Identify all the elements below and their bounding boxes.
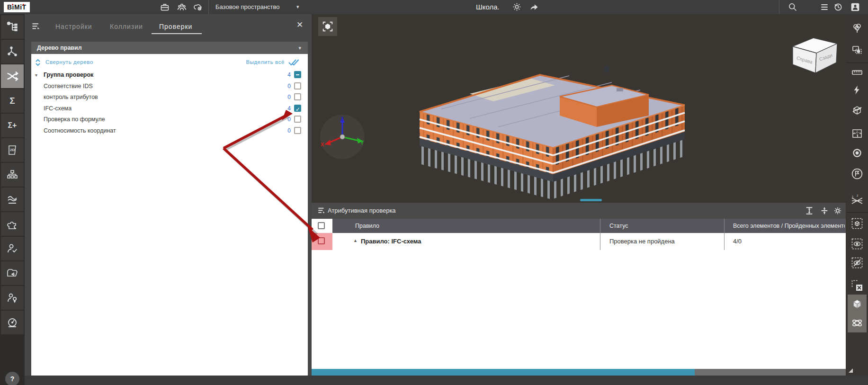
column-divider [600, 219, 600, 250]
fit-view-button[interactable] [318, 17, 337, 36]
focus-icon[interactable] [848, 143, 867, 162]
hide-icon[interactable] [848, 253, 867, 272]
gauge-icon[interactable] [1, 311, 24, 334]
scrollbar-thumb[interactable] [312, 369, 695, 376]
axis-y-label: Y [360, 140, 364, 145]
attribute-check-panel: Атрибутивная проверка Правило Статус Все… [312, 203, 846, 376]
tree-row-label: IFC-схема [44, 103, 72, 114]
sum-add-icon[interactable]: Σ+ [1, 114, 24, 137]
ruler-icon[interactable] [848, 63, 867, 82]
collapse-triangle-icon[interactable]: ▾ [35, 70, 37, 81]
briefcase-icon[interactable] [160, 2, 170, 12]
column-header-status[interactable]: Статус [609, 223, 628, 229]
tree-row-ifc[interactable]: IFC-схема 4 [31, 103, 308, 114]
workspace-selector-label[interactable]: Базовое пространство [215, 3, 280, 10]
show-icon[interactable] [848, 234, 867, 253]
user-check-icon[interactable] [1, 237, 24, 260]
connections-icon[interactable] [1, 40, 24, 63]
account-icon[interactable] [850, 2, 860, 12]
graphs-icon[interactable] [1, 188, 24, 211]
panel-menu-icon[interactable] [31, 22, 41, 31]
select-all-checkbox[interactable] [318, 222, 325, 229]
tree-row-checkbox[interactable] [294, 116, 301, 123]
tree-row-checkbox[interactable] [294, 93, 301, 100]
plugin-icon[interactable] [1, 212, 24, 236]
table-empty-area [312, 250, 846, 369]
isolate-icon[interactable] [848, 214, 867, 233]
building-model[interactable] [413, 66, 697, 208]
flash-icon[interactable] [848, 81, 867, 99]
share-icon[interactable] [529, 2, 539, 12]
horizontal-scrollbar[interactable] [312, 369, 846, 376]
status-cell: Проверка не пройдена [609, 238, 675, 245]
tree-row-checkbox[interactable] [294, 71, 301, 78]
table-row-ifc-rule[interactable]: ▲ Правило: IFC-схема Проверка не пройден… [312, 233, 846, 251]
section-cube-icon[interactable] [848, 101, 867, 120]
column-header-rule[interactable]: Правило [355, 223, 379, 229]
tree-row-checkbox[interactable] [294, 127, 301, 134]
tab-collisions[interactable]: Коллизии [110, 23, 143, 30]
tab-checks[interactable]: Проверки [159, 23, 192, 30]
app-logo[interactable]: BiMiT [4, 2, 30, 12]
svg-text:2D: 2D [10, 148, 15, 152]
collapse-rows-icon[interactable] [820, 206, 829, 215]
select-all-check-icon[interactable] [288, 58, 300, 67]
cloud-status-icon[interactable] [193, 2, 203, 12]
doc-2d-icon[interactable]: 2D [1, 138, 24, 162]
floorplan-icon[interactable] [848, 124, 867, 143]
search-icon[interactable] [788, 2, 797, 12]
user-location-icon[interactable] [1, 286, 24, 310]
folder-transfer-icon[interactable] [1, 261, 24, 285]
axis-gizmo[interactable]: Z Y X [320, 114, 365, 160]
tab-settings[interactable]: Настройки [55, 23, 92, 30]
list-icon[interactable] [820, 2, 829, 12]
tree-row-group[interactable]: ▾ Группа проверок 4 [31, 70, 308, 81]
totals-cell: 4/0 [733, 238, 742, 245]
intersect-icon[interactable]: 1 2 [848, 191, 867, 210]
flag-icon[interactable] [848, 164, 867, 183]
help-button[interactable]: ? [5, 372, 19, 385]
row-checkbox[interactable] [318, 237, 325, 244]
orbit-icon[interactable] [848, 313, 867, 332]
settings-gear-icon[interactable] [512, 2, 522, 12]
tree-row-checkbox[interactable] [294, 105, 301, 112]
hierarchy-icon[interactable] [1, 163, 24, 187]
collapse-tree-icon[interactable] [35, 59, 41, 66]
view-cube-icon[interactable] [848, 295, 867, 313]
rules-tree-header[interactable]: Дерево правил ▾ [31, 42, 308, 54]
table-settings-gear-icon[interactable] [833, 206, 842, 215]
tree-icon[interactable] [848, 19, 867, 38]
topbar-divider [208, 0, 209, 14]
top-bar: BiMiT Базовое пространство ▾ Школа. [0, 0, 868, 14]
selection-set-icon[interactable] [848, 41, 867, 60]
panel-menu-icon[interactable] [317, 206, 326, 215]
clear-selection-icon[interactable] [848, 276, 867, 295]
tree-row-label: Проверка по формуле [44, 114, 105, 125]
tree-row-count: 4 [277, 70, 291, 81]
navigation-cube[interactable]: Справа Сзади [789, 32, 841, 76]
team-icon[interactable] [177, 2, 187, 12]
expand-rows-icon[interactable] [805, 206, 814, 215]
tree-row[interactable]: Соотносимость координат 0 [31, 125, 308, 136]
tree-row-checkbox[interactable] [294, 82, 301, 90]
select-all-cell [312, 219, 332, 233]
panel-resize-handle[interactable] [849, 368, 853, 373]
column-divider [724, 219, 725, 250]
tree-row[interactable]: контроль атрибутов 0 [31, 92, 308, 103]
select-all-link[interactable]: Выделить всё [218, 59, 285, 65]
tree-row-label: контроль атрибутов [44, 92, 98, 103]
tree-row[interactable]: Проверка по формуле 0 [31, 114, 308, 125]
collapse-row-icon[interactable]: ▲ [353, 238, 358, 243]
help-glyph: ? [10, 375, 15, 383]
table-header-row: Правило Статус Всего элементов / Пройден… [312, 219, 846, 233]
chevron-down-icon[interactable]: ▾ [296, 4, 299, 10]
tree-row[interactable]: Соответствие IDS 0 [31, 81, 308, 92]
panel-drag-handle[interactable] [580, 199, 602, 201]
history-icon[interactable] [833, 2, 843, 12]
column-header-totals[interactable]: Всего элементов / Пройденных элементов [733, 223, 845, 229]
close-icon[interactable]: ✕ [296, 21, 303, 29]
collapse-tree-link[interactable]: Свернуть дерево [45, 59, 93, 65]
clash-check-icon[interactable] [1, 64, 24, 88]
sum-icon[interactable]: Σ [1, 89, 24, 113]
model-tree-icon[interactable] [1, 15, 24, 39]
